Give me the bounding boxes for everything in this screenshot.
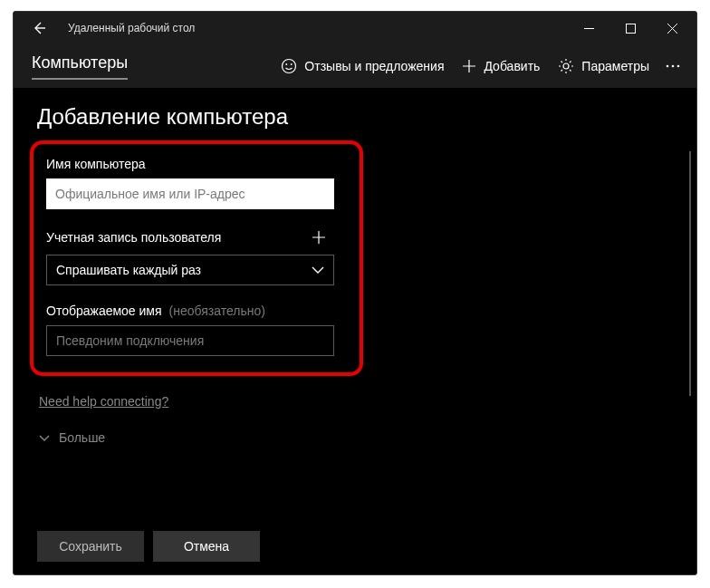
add-button[interactable]: Добавить [453,53,549,79]
display-name-optional: (необязательно) [169,304,265,318]
computer-name-label: Имя компьютера [46,157,347,171]
toolbar: Компьютеры Отзывы и предложения Добавить… [14,44,696,88]
display-name-label: Отображаемое имя [46,304,162,318]
add-user-account-button[interactable] [303,227,334,247]
chevron-down-icon [39,435,50,441]
smiley-icon [281,58,297,74]
svg-point-1 [283,60,296,73]
page-heading: Добавление компьютера [37,104,673,130]
user-account-select[interactable]: Спрашивать каждый раз [46,255,334,285]
feedback-label: Отзывы и предложения [304,59,444,73]
minimize-icon [584,24,594,34]
plus-icon [462,59,476,73]
svg-point-6 [672,65,675,68]
svg-rect-0 [626,24,635,33]
help-link[interactable]: Need help connecting? [39,394,168,409]
svg-point-5 [667,65,669,68]
arrow-left-icon [32,21,46,35]
svg-point-3 [291,63,293,65]
titlebar: Удаленный рабочий стол [14,12,696,44]
add-label: Добавить [484,59,540,73]
plus-icon [312,231,325,244]
user-account-label: Учетная запись пользователя [46,230,221,245]
computer-name-input[interactable] [46,178,334,209]
settings-label: Параметры [581,59,649,73]
chevron-down-icon [312,266,324,274]
close-icon [667,24,677,34]
close-button[interactable] [651,14,693,43]
feedback-button[interactable]: Отзывы и предложения [272,53,453,80]
more-button[interactable] [658,59,687,73]
more-icon [666,64,680,68]
tab-computers[interactable]: Компьютеры [32,53,128,80]
window-controls [568,14,693,43]
save-button[interactable]: Сохранить [37,531,144,562]
app-title: Удаленный рабочий стол [68,22,568,34]
display-name-label-row: Отображаемое имя (необязательно) [46,304,347,318]
expand-more-button[interactable]: Больше [39,430,673,445]
maximize-button[interactable] [609,14,651,43]
settings-button[interactable]: Параметры [549,53,658,80]
svg-point-2 [286,63,288,65]
svg-point-4 [563,63,569,69]
svg-point-7 [677,65,680,68]
display-name-input[interactable] [46,325,334,356]
scrollbar[interactable] [689,151,691,396]
app-window: Удаленный рабочий стол Компьютеры Отзывы… [13,11,697,575]
back-button[interactable] [24,14,53,43]
button-row: Сохранить Отмена [37,531,260,562]
highlighted-form-section: Имя компьютера Учетная запись пользовате… [30,140,363,376]
minimize-button[interactable] [568,14,609,43]
user-account-value: Спрашивать каждый раз [56,263,201,277]
maximize-icon [626,24,636,34]
expand-label: Больше [59,430,105,445]
cancel-button[interactable]: Отмена [153,531,260,562]
gear-icon [558,58,574,74]
content-area: Добавление компьютера Имя компьютера Уче… [14,88,696,574]
